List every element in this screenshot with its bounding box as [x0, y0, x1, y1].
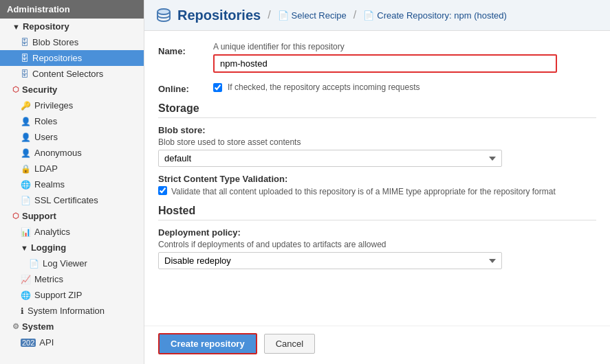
sidebar-item-analytics[interactable]: 📊 Analytics: [0, 224, 144, 240]
sidebar-label-ldap: LDAP: [34, 163, 58, 174]
blob-store-label: Blob store:: [158, 125, 596, 135]
name-hint: A unique identifier for this repository: [213, 42, 596, 52]
storage-section-title: Storage: [158, 102, 596, 118]
deployment-hint: Controls if deployments of and updates t…: [158, 240, 596, 249]
footer-buttons: Create repository Cancel: [144, 326, 610, 364]
deployment-label: Deployment policy:: [158, 227, 596, 238]
database-icon2: 🗄: [21, 54, 29, 63]
anon-icon: 👤: [21, 148, 31, 158]
page-title: Repositories: [177, 8, 261, 23]
sidebar-label-repositories: Repositories: [32, 53, 82, 63]
cancel-button[interactable]: Cancel: [264, 334, 315, 354]
blob-store-block: Blob store: Blob store used to store ass…: [158, 125, 596, 167]
ssl-icon: 📄: [21, 196, 31, 205]
breadcrumb-bar: Repositories / 📄 Select Recipe / 📄 Creat…: [144, 0, 610, 31]
sidebar-label-blob-stores: Blob Stores: [32, 37, 78, 47]
sidebar-label-system: System: [22, 321, 54, 332]
online-hint: If checked, the repository accepts incom…: [228, 82, 420, 92]
sidebar-label-api: API: [39, 337, 54, 348]
main-content: Repositories / 📄 Select Recipe / 📄 Creat…: [144, 0, 610, 364]
sidebar-label-support-zip: Support ZIP: [34, 290, 82, 300]
logging-chevron-icon: ▼: [21, 244, 28, 252]
analytics-icon: 📊: [21, 227, 31, 237]
breadcrumb-sep1: /: [268, 9, 270, 21]
form-area: Name: A unique identifier for this repos…: [144, 31, 610, 326]
sidebar-item-ssl[interactable]: 📄 SSL Certificates: [0, 192, 144, 208]
sidebar-item-logging[interactable]: ▼ Logging: [0, 240, 144, 255]
sidebar-item-repositories[interactable]: 🗄 Repositories: [0, 50, 144, 66]
strict-block: Strict Content Type Validation: Validate…: [158, 174, 596, 196]
name-label: Name:: [158, 42, 213, 56]
deployment-select[interactable]: Disable redeploy Allow redeploy Read-onl…: [158, 252, 502, 269]
sidebar-item-security[interactable]: ⬡ Security: [0, 82, 144, 98]
sidebar-label-anonymous: Anonymous: [34, 148, 82, 158]
hosted-section-title: Hosted: [158, 205, 596, 220]
sidebar-label-privileges: Privileges: [34, 100, 73, 111]
sidebar-label-realms: Realms: [34, 179, 65, 190]
system-gear-icon: ⚙: [12, 322, 19, 331]
strict-hint: Validate that all content uploaded to th…: [171, 186, 556, 196]
sidebar-label-metrics: Metrics: [34, 274, 63, 284]
strict-checkbox[interactable]: [158, 186, 167, 195]
sidebar-label-repository: Repository: [23, 21, 69, 32]
online-row: Online: If checked, the repository accep…: [158, 80, 596, 94]
support-zip-icon: 🌐: [21, 291, 31, 300]
metrics-icon: 📈: [21, 275, 31, 284]
sidebar-item-roles[interactable]: 👤 Roles: [0, 113, 144, 129]
sidebar-item-ldap[interactable]: 🔒 LDAP: [0, 161, 144, 177]
sidebar-label-users: Users: [34, 132, 58, 142]
blob-store-hint: Blob store used to store asset contents: [158, 137, 596, 147]
online-checkbox[interactable]: [213, 83, 222, 92]
online-label: Online:: [158, 80, 213, 94]
breadcrumb-sep2: /: [353, 9, 356, 21]
sidebar-item-realms[interactable]: 🌐 Realms: [0, 177, 144, 192]
sidebar-label-system-info: System Information: [28, 306, 105, 316]
shield-icon: ⬡: [12, 85, 19, 94]
sidebar-label-log-viewer: Log Viewer: [43, 258, 87, 269]
realms-icon: 🌐: [21, 180, 31, 190]
sidebar-label-analytics: Analytics: [34, 227, 70, 237]
chevron-icon: ▼: [12, 23, 20, 31]
log-viewer-icon: 📄: [29, 259, 39, 269]
name-input[interactable]: [213, 54, 557, 73]
name-field-container: A unique identifier for this repository: [213, 42, 596, 73]
ldap-icon: 🔒: [21, 164, 31, 174]
sidebar-label-support: Support: [22, 211, 56, 221]
breadcrumb-create-repo-label: Create Repository: npm (hosted): [377, 10, 507, 21]
sidebar-item-system-group[interactable]: ⚙ System: [0, 319, 144, 334]
support-icon: ⬡: [12, 212, 19, 220]
database-icon3: 🗄: [21, 69, 29, 79]
breadcrumb-db-icon: [154, 5, 173, 25]
name-row: Name: A unique identifier for this repos…: [158, 42, 596, 73]
create-repository-button[interactable]: Create repository: [158, 333, 257, 354]
strict-label: Strict Content Type Validation:: [158, 174, 596, 184]
sidebar-item-repository[interactable]: ▼ Repository: [0, 19, 144, 34]
sidebar-label-security: Security: [22, 84, 57, 95]
sidebar-item-privileges[interactable]: 🔑 Privileges: [0, 98, 144, 113]
sidebar: Administration ▼ Repository 🗄 Blob Store…: [0, 0, 144, 364]
sidebar-item-log-viewer[interactable]: 📄 Log Viewer: [0, 255, 144, 271]
deployment-block: Deployment policy: Controls if deploymen…: [158, 227, 596, 269]
sidebar-item-content-selectors[interactable]: 🗄 Content Selectors: [0, 66, 144, 82]
sidebar-item-support-zip[interactable]: 🌐 Support ZIP: [0, 287, 144, 303]
sidebar-item-system-info[interactable]: ℹ System Information: [0, 303, 144, 319]
recipe-icon: 📄: [278, 10, 289, 21]
sidebar-item-api[interactable]: 202 API: [0, 334, 144, 350]
system-info-icon: ℹ: [21, 306, 24, 316]
sidebar-item-support-group[interactable]: ⬡ Support: [0, 208, 144, 224]
api-icon: 202: [21, 339, 36, 347]
sidebar-label-content-selectors: Content Selectors: [32, 69, 103, 79]
sidebar-item-metrics[interactable]: 📈 Metrics: [0, 271, 144, 287]
breadcrumb-create-repo[interactable]: 📄 Create Repository: npm (hosted): [363, 10, 507, 21]
sidebar-item-anonymous[interactable]: 👤 Anonymous: [0, 145, 144, 161]
breadcrumb-select-recipe[interactable]: 📄 Select Recipe: [278, 10, 347, 21]
sidebar-label-roles: Roles: [34, 116, 57, 126]
sidebar-item-users[interactable]: 👤 Users: [0, 129, 144, 145]
create-repo-icon: 📄: [363, 10, 374, 21]
sidebar-item-blob-stores[interactable]: 🗄 Blob Stores: [0, 34, 144, 50]
strict-checkbox-row: Validate that all content uploaded to th…: [158, 186, 596, 196]
blob-store-select[interactable]: default: [158, 150, 502, 167]
online-field-container: If checked, the repository accepts incom…: [213, 80, 596, 92]
sidebar-label-ssl: SSL Certificates: [34, 195, 98, 205]
svg-point-0: [157, 9, 170, 14]
